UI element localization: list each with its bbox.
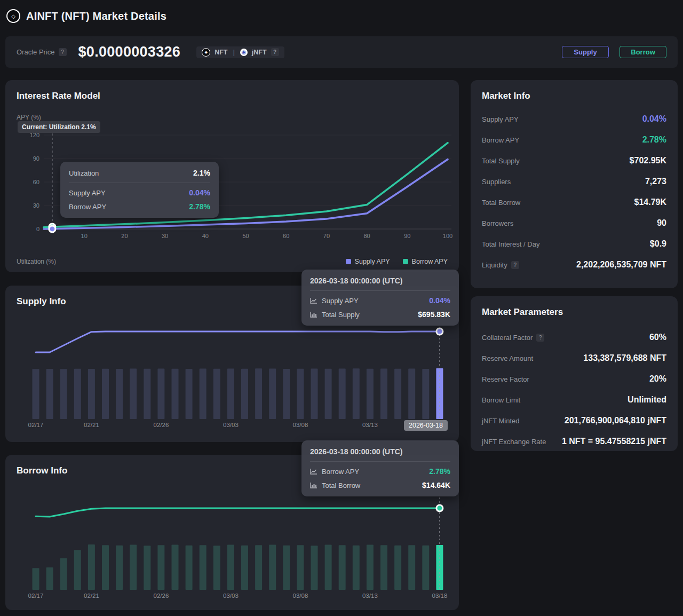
row-label: Borrow Limit [482,396,520,404]
borrow-apy-value: 2.78% [429,467,450,476]
row-value: $702.95K [630,156,666,165]
highlighted-date-badge: 2026-03-18 [404,420,448,431]
svg-text:60: 60 [283,233,289,239]
row-value: 2.78% [642,135,666,145]
x-axis-label: Utilization (%) [17,258,56,265]
supply-apy-value: 0.04% [429,296,450,305]
oracle-price-label: Oracle Price [17,48,55,56]
row-value: $14.79K [634,198,667,207]
svg-text:03/13: 03/13 [362,593,378,599]
trend-icon [310,468,317,475]
market-info-row: Total Supply$702.95K [482,156,666,165]
page-title: AINFT (NFT) Market Details [26,10,166,22]
svg-text:02/21: 02/21 [84,593,99,599]
chart-legend: Supply APYBorrow APY [346,258,448,265]
nft-badge-label[interactable]: NFT [215,49,227,56]
svg-text:02/26: 02/26 [154,593,169,599]
jnft-help-icon[interactable]: ? [271,48,279,56]
market-info-row: Liquidity?2,202,206,535,709 NFT [482,260,666,270]
svg-text:03/03: 03/03 [223,422,239,428]
market-info-row: Total Interest / Day$0.9 [482,239,666,249]
row-value: 90 [657,218,666,228]
svg-text:02/17: 02/17 [28,593,44,599]
row-label: Liquidity? [482,261,519,269]
row-label: Borrow APY [482,136,519,144]
total-supply-value: $695.83K [418,310,450,319]
oracle-price-label-wrap: Oracle Price ? [17,48,67,56]
row-value: 60% [649,333,666,342]
legend-item[interactable]: Supply APY [346,258,390,265]
svg-text:02/21: 02/21 [84,422,99,428]
market-parameters-row: Reserve Amount133,387,579,688 NFT [482,353,666,363]
row-value: 133,387,579,688 NFT [583,353,666,363]
ainft-logo-icon: ◇ [6,9,20,23]
tooltip-divider [310,461,450,462]
tooltip-borrow-apy-value: 2.78% [189,202,210,211]
svg-text:03/18: 03/18 [432,593,448,599]
svg-text:03/03: 03/03 [223,593,239,599]
legend-label: Borrow APY [412,258,448,265]
svg-text:03/13: 03/13 [362,422,378,428]
row-label: Total Supply [482,157,520,165]
row-value: 201,766,900,064,810 jNFT [565,416,666,425]
market-parameters-row: jNFT Minted201,766,900,064,810 jNFT [482,416,666,425]
tooltip-divider [69,183,210,183]
svg-text:02/26: 02/26 [154,422,169,428]
token-toggle[interactable]: ◆ NFT | ◉ jNFT ? [196,46,284,58]
row-label: Total Interest / Day [482,240,539,248]
header: ◇ AINFT (NFT) Market Details [0,0,683,32]
jnft-badge-label[interactable]: jNFT [252,49,267,56]
svg-text:100: 100 [443,233,452,239]
market-info-row: Suppliers7,273 [482,177,666,186]
borrow-button[interactable]: Borrow [620,46,666,58]
market-parameters-row: Collateral Factor?60% [482,333,666,342]
total-supply-label: Total Supply [322,311,360,319]
svg-text:30: 30 [33,202,39,209]
irm-tooltip: Utilization 2.1% Supply APY 0.04% Borrow… [60,162,219,218]
market-info-row: Borrowers90 [482,218,666,228]
row-value: 1 NFT = 95.47558215 jNFT [562,437,666,446]
market-info-row: Supply APY0.04% [482,114,666,124]
market-parameters-panel: Market Parameters Collateral Factor?60%R… [471,296,678,451]
row-value: 20% [649,374,666,384]
trend-icon [310,297,317,304]
row-label: Collateral Factor? [482,334,544,342]
tooltip-divider [310,290,450,291]
legend-label: Supply APY [355,258,390,265]
help-icon[interactable]: ? [536,334,544,342]
svg-text:02/17: 02/17 [28,422,44,428]
svg-text:50: 50 [242,233,249,239]
row-label: Total Borrow [482,199,520,207]
market-parameters-row: Reserve Factor20% [482,374,666,384]
current-utilization-badge: Current: Utilization 2.1% [18,121,100,133]
svg-text:90: 90 [404,233,410,239]
borrow-info-chart[interactable]: 02/1702/2102/2603/0303/0803/1303/18 [5,495,459,607]
badge-divider: | [232,49,235,56]
interest-rate-model-title: Interest Rate Model [5,80,459,101]
oracle-price-help-icon[interactable]: ? [59,48,67,56]
market-parameters-title: Market Parameters [471,296,678,318]
borrow-tooltip: 2026-03-18 00:00:00 (UTC) Borrow APY 2.7… [301,440,459,496]
svg-text:10: 10 [81,233,88,239]
legend-item[interactable]: Borrow APY [403,258,448,265]
help-icon[interactable]: ? [511,261,519,269]
row-label: jNFT Minted [482,417,520,425]
svg-text:60: 60 [33,179,39,185]
row-value: Unlimited [628,395,666,405]
legend-swatch-icon [346,259,351,264]
row-value: 0.04% [642,114,666,124]
borrow-apy-label: Borrow APY [322,468,359,476]
supply-button[interactable]: Supply [562,46,609,58]
supply-info-chart[interactable]: 02/1702/2102/2603/0303/0803/13 [5,326,459,438]
oracle-price-bar: Oracle Price ? $0.0000003326 ◆ NFT | ◉ j… [5,36,678,68]
total-borrow-value: $14.64K [422,481,450,489]
total-borrow-label: Total Borrow [322,481,360,489]
row-value: $0.9 [650,239,666,249]
tooltip-supply-apy-label: Supply APY [69,189,106,197]
svg-text:30: 30 [162,233,168,239]
oracle-price-value: $0.0000003326 [78,44,181,60]
legend-swatch-icon [403,259,408,264]
supply-tooltip: 2026-03-18 00:00:00 (UTC) Supply APY 0.0… [301,270,459,326]
row-label: Reserve Factor [482,375,529,383]
y-axis-label: APY (%) [17,114,41,121]
